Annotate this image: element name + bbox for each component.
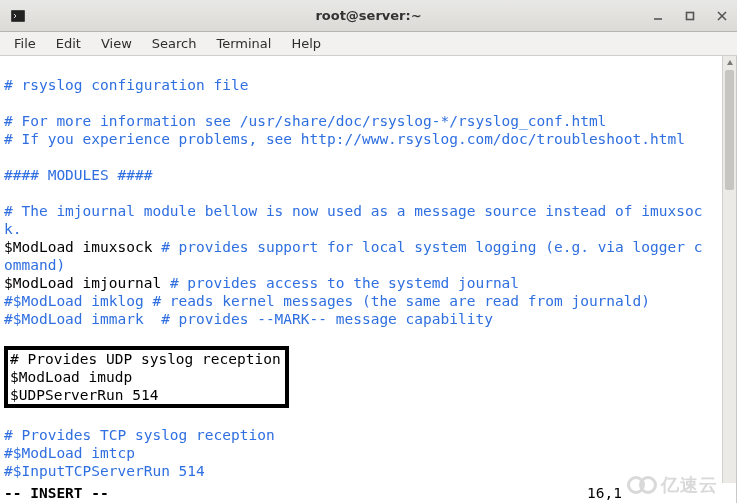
- vertical-scrollbar[interactable]: [722, 56, 736, 503]
- code-line: #$InputTCPServerRun 514: [4, 463, 205, 479]
- code-line: k.: [4, 221, 21, 237]
- vim-status-bar: -- INSERT -- 16,1: [0, 483, 736, 503]
- scroll-up-button[interactable]: [723, 56, 736, 70]
- code-line: # The imjournal module bellow is now use…: [4, 203, 702, 219]
- maximize-button[interactable]: [681, 7, 699, 25]
- minimize-button[interactable]: [649, 7, 667, 25]
- highlighted-block: # Provides UDP syslog reception $ModLoad…: [4, 346, 289, 408]
- svg-rect-1: [12, 11, 24, 21]
- vim-mode: -- INSERT --: [4, 485, 109, 501]
- svg-rect-3: [687, 12, 694, 19]
- code-line: # rsyslog configuration file: [4, 77, 248, 93]
- code-line: $ModLoad imudp: [10, 369, 132, 385]
- menu-help[interactable]: Help: [281, 34, 331, 53]
- editor-content[interactable]: # rsyslog configuration file # For more …: [0, 56, 736, 482]
- window-title: root@server:~: [315, 8, 421, 23]
- window-controls: [649, 7, 731, 25]
- code-line: # Provides TCP syslog reception: [4, 427, 275, 443]
- code-line: $ModLoad imuxsock # provides support for…: [4, 239, 702, 255]
- menu-edit[interactable]: Edit: [46, 34, 91, 53]
- code-line: # For more information see /usr/share/do…: [4, 113, 606, 129]
- code-line: #$ModLoad imklog # reads kernel messages…: [4, 293, 650, 309]
- code-line: # If you experience problems, see http:/…: [4, 131, 685, 147]
- terminal-app-icon: [10, 8, 26, 24]
- menu-view[interactable]: View: [91, 34, 142, 53]
- code-line: #$ModLoad immark # provides --MARK-- mes…: [4, 311, 493, 327]
- code-line: #$ModLoad imtcp: [4, 445, 135, 461]
- cursor-position: 16,1: [587, 485, 622, 501]
- code-line: # Provides UDP syslog reception: [10, 351, 281, 367]
- code-line: $UDPServerRun 514: [10, 387, 158, 403]
- menu-file[interactable]: File: [4, 34, 46, 53]
- titlebar: root@server:~: [0, 0, 737, 32]
- menu-search[interactable]: Search: [142, 34, 207, 53]
- code-line: $ModLoad imjournal # provides access to …: [4, 275, 519, 291]
- code-line: #### MODULES ####: [4, 167, 152, 183]
- scroll-thumb[interactable]: [725, 70, 734, 190]
- menu-terminal[interactable]: Terminal: [206, 34, 281, 53]
- terminal-area[interactable]: # rsyslog configuration file # For more …: [0, 56, 737, 503]
- code-line: ommand): [4, 257, 65, 273]
- close-button[interactable]: [713, 7, 731, 25]
- menubar: File Edit View Search Terminal Help: [0, 32, 737, 56]
